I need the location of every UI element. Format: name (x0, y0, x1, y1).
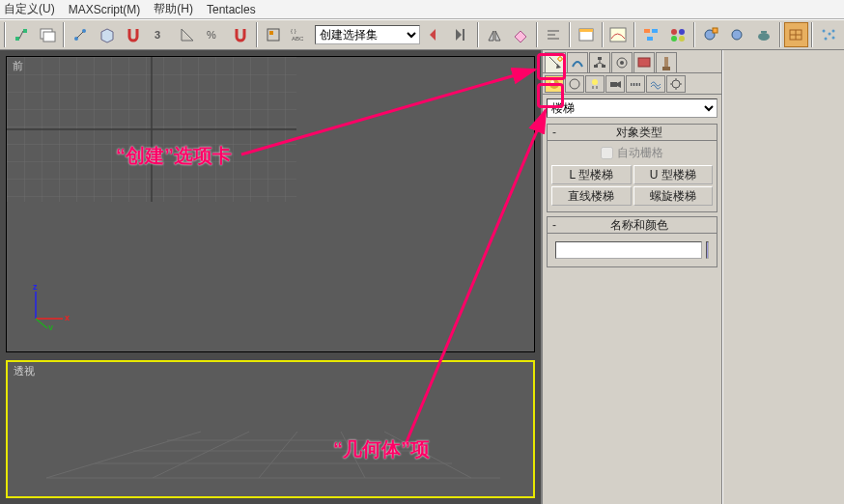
modify-tab[interactable] (567, 52, 588, 73)
svg-rect-12 (269, 31, 273, 35)
align-icon[interactable] (541, 22, 566, 47)
svg-rect-81 (664, 57, 668, 67)
layer-mgr-icon[interactable] (574, 22, 599, 47)
svg-point-79 (620, 61, 624, 65)
bind-icon[interactable] (68, 22, 93, 47)
magnet-icon[interactable] (122, 22, 147, 47)
spacewarps-category-button[interactable] (646, 75, 665, 93)
viewport-column: 前 z x y 透视 (0, 50, 541, 504)
panel-scroll-gutter (722, 50, 844, 504)
viewport-front[interactable]: 前 z x y (6, 56, 535, 352)
svg-rect-38 (761, 31, 767, 33)
display-tab[interactable] (633, 52, 655, 73)
cameras-category-button[interactable] (605, 75, 625, 93)
svg-line-7 (77, 32, 83, 38)
svg-text:3: 3 (155, 29, 160, 41)
utilities-tab[interactable] (656, 52, 677, 73)
svg-point-46 (832, 30, 835, 33)
l-stair-button[interactable]: L 型楼梯 (551, 165, 632, 184)
axis-tripod-front: z x y (24, 282, 72, 330)
svg-point-32 (671, 36, 677, 42)
menu-customize[interactable]: 自定义(U) (4, 1, 55, 17)
rollout-object-type-header[interactable]: - 对象类型 (547, 124, 717, 141)
motion-tab[interactable] (611, 52, 633, 73)
svg-line-61 (153, 432, 249, 478)
reactor-icon[interactable] (784, 22, 809, 47)
svg-marker-16 (456, 29, 462, 41)
selection-set-dropdown[interactable]: 创建选择集 (315, 25, 419, 44)
lights-category-button[interactable] (585, 75, 605, 93)
hierarchy-tab[interactable] (589, 52, 610, 73)
rollout-object-type-title: 对象类型 (561, 125, 717, 141)
svg-marker-19 (495, 31, 500, 41)
schematic-icon[interactable] (638, 22, 663, 47)
prev-sel-icon[interactable] (423, 22, 448, 47)
svg-point-33 (679, 36, 685, 42)
magnet2-icon[interactable] (228, 22, 253, 47)
menu-maxscript[interactable]: MAXScript(M) (69, 3, 141, 16)
next-sel-icon[interactable] (449, 22, 474, 47)
svg-point-36 (732, 30, 742, 40)
main-toolbar: 3 % { }ABC 创建选择集 (0, 19, 844, 50)
svg-rect-27 (644, 29, 650, 33)
svg-marker-90 (617, 81, 621, 88)
create-tab[interactable] (545, 52, 566, 73)
svg-rect-89 (610, 82, 617, 87)
category-dropdown-row: 楼梯 (547, 98, 717, 118)
svg-marker-15 (430, 29, 436, 41)
svg-rect-26 (610, 28, 626, 42)
select-link-icon[interactable] (9, 22, 34, 47)
menu-help[interactable]: 帮助(H) (154, 1, 193, 17)
grid-persp (8, 362, 533, 496)
helpers-category-button[interactable] (626, 75, 645, 93)
svg-line-62 (259, 432, 297, 478)
geometry-category-button[interactable] (545, 75, 564, 93)
menu-tentacles[interactable]: Tentacles (207, 3, 256, 16)
spiral-stair-button[interactable]: 螺旋楼梯 (633, 186, 714, 206)
svg-rect-80 (638, 58, 650, 67)
box-icon[interactable] (95, 22, 120, 47)
teapot-icon[interactable] (751, 22, 776, 47)
named-sel-set-icon[interactable] (261, 22, 286, 47)
svg-rect-35 (713, 28, 717, 33)
shapes-category-button[interactable] (565, 75, 584, 93)
straight-stair-button[interactable]: 直线楼梯 (551, 186, 632, 206)
rollout-name-color-header[interactable]: - 名称和颜色 (547, 216, 717, 234)
angle-snap-icon[interactable] (175, 22, 200, 47)
systems-category-button[interactable] (666, 75, 686, 93)
curve-editor-icon[interactable] (606, 22, 632, 47)
menu-bar: 自定义(U) MAXScript(M) 帮助(H) Tentacles (0, 0, 844, 19)
svg-line-2 (19, 31, 23, 39)
render-setup-icon[interactable] (698, 22, 723, 47)
svg-point-43 (829, 33, 831, 36)
geometry-subtype-dropdown[interactable]: 楼梯 (547, 98, 717, 118)
auto-grid-row: 自动栅格 (551, 145, 713, 161)
object-name-input[interactable] (555, 241, 702, 259)
svg-rect-29 (647, 37, 653, 41)
snap3-icon[interactable]: 3 (148, 22, 173, 47)
svg-text:z: z (33, 282, 38, 292)
percent-snap-icon[interactable]: % (202, 22, 227, 47)
render-frame-icon[interactable] (724, 22, 749, 47)
svg-marker-8 (101, 29, 113, 42)
mirror-icon[interactable] (482, 22, 507, 47)
auto-grid-checkbox[interactable] (601, 147, 613, 159)
viewport-perspective[interactable]: 透视 (6, 360, 535, 498)
layers-icon[interactable] (36, 22, 61, 47)
particles-icon[interactable] (816, 22, 841, 47)
u-stair-button[interactable]: U 型楼梯 (633, 165, 714, 184)
svg-rect-1 (23, 29, 27, 33)
svg-marker-82 (662, 67, 670, 70)
object-color-swatch[interactable] (706, 241, 709, 259)
svg-text:%: % (207, 29, 216, 41)
svg-point-86 (592, 79, 598, 85)
svg-point-45 (832, 37, 835, 40)
svg-marker-18 (489, 31, 493, 41)
material-editor-icon[interactable] (665, 22, 690, 47)
svg-line-76 (596, 63, 600, 65)
command-panel-tabs (543, 50, 721, 73)
grid-front (7, 57, 296, 202)
abc-icon[interactable]: { }ABC (288, 22, 313, 47)
eraser-icon[interactable] (509, 22, 534, 47)
svg-point-84 (550, 80, 554, 84)
